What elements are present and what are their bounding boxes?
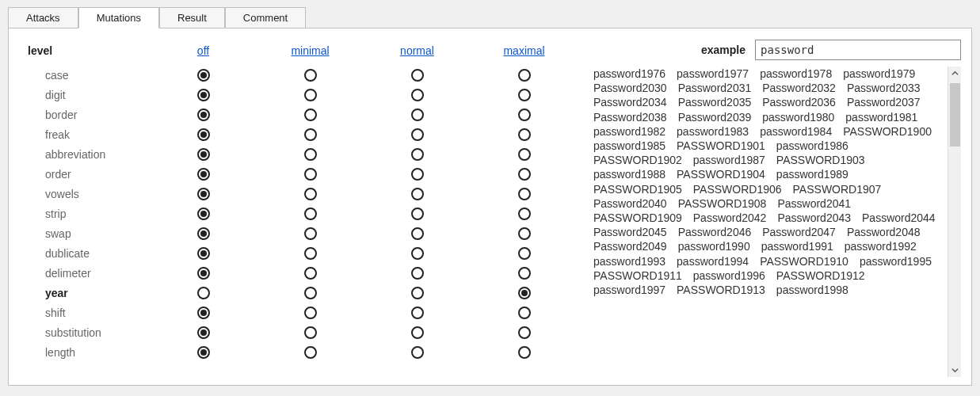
- scroll-thumb[interactable]: [950, 83, 960, 147]
- set-all-minimal-link[interactable]: minimal: [291, 44, 329, 57]
- tab-result[interactable]: Result: [159, 7, 225, 29]
- mutation-row-year: year: [45, 284, 578, 302]
- mutation-label: case: [45, 69, 150, 82]
- radio-case-maximal[interactable]: [518, 69, 531, 82]
- radio-digit-normal[interactable]: [411, 89, 424, 101]
- radio-cell: [364, 128, 471, 141]
- example-item: PASSWORD1912: [776, 268, 865, 283]
- radio-year-minimal[interactable]: [304, 287, 317, 299]
- example-item: Password2046: [678, 225, 752, 239]
- radio-border-minimal[interactable]: [304, 109, 317, 121]
- radio-substitution-maximal[interactable]: [518, 326, 531, 339]
- radio-dublicate-minimal[interactable]: [304, 247, 317, 260]
- grid-header-row: level offminimalnormalmaximal: [23, 40, 578, 62]
- radio-year-off[interactable]: [197, 287, 210, 299]
- radio-strip-off[interactable]: [197, 208, 210, 220]
- radio-order-minimal[interactable]: [304, 168, 317, 181]
- radio-swap-maximal[interactable]: [518, 227, 531, 240]
- set-all-off-link[interactable]: off: [197, 44, 209, 57]
- radio-abbreviation-maximal[interactable]: [518, 148, 531, 161]
- example-scrollbar[interactable]: [948, 67, 961, 377]
- radio-shift-off[interactable]: [197, 307, 210, 319]
- radio-digit-off[interactable]: [197, 89, 210, 101]
- radio-dublicate-off[interactable]: [197, 247, 210, 260]
- radio-order-normal[interactable]: [411, 168, 424, 181]
- radio-border-maximal[interactable]: [518, 109, 531, 121]
- scroll-track[interactable]: [948, 80, 962, 364]
- radio-cell: [257, 148, 364, 161]
- radio-delimeter-maximal[interactable]: [518, 267, 531, 280]
- radio-freak-normal[interactable]: [411, 128, 424, 141]
- radio-swap-minimal[interactable]: [304, 227, 317, 240]
- example-item: password1992: [845, 239, 917, 253]
- radio-digit-maximal[interactable]: [518, 89, 531, 101]
- radio-case-normal[interactable]: [411, 69, 424, 82]
- radio-length-normal[interactable]: [411, 346, 424, 359]
- radio-shift-maximal[interactable]: [518, 307, 531, 319]
- radio-shift-minimal[interactable]: [304, 307, 317, 319]
- mutation-label: dublicate: [45, 247, 150, 260]
- radio-dublicate-maximal[interactable]: [518, 247, 531, 260]
- set-all-normal-link[interactable]: normal: [400, 44, 434, 57]
- radio-length-off[interactable]: [197, 346, 210, 359]
- scroll-up-icon[interactable]: [948, 67, 962, 80]
- radio-cell: [364, 188, 471, 200]
- example-label: example: [701, 44, 745, 56]
- mutations-config-window: AttacksMutationsResultComment level offm…: [0, 0, 980, 396]
- radio-substitution-minimal[interactable]: [304, 326, 317, 339]
- radio-vowels-normal[interactable]: [411, 188, 424, 200]
- example-item: PASSWORD1901: [677, 139, 765, 153]
- scroll-down-icon[interactable]: [948, 364, 962, 377]
- radio-strip-maximal[interactable]: [518, 208, 531, 220]
- radio-cell: [257, 267, 364, 280]
- radio-strip-minimal[interactable]: [304, 208, 317, 220]
- mutation-row-digit: digit: [45, 86, 578, 104]
- example-item: password1996: [693, 268, 765, 283]
- radio-strip-normal[interactable]: [411, 208, 424, 220]
- radio-border-off[interactable]: [197, 109, 210, 121]
- radio-abbreviation-minimal[interactable]: [304, 148, 317, 161]
- radio-abbreviation-normal[interactable]: [411, 148, 424, 161]
- radio-substitution-normal[interactable]: [411, 326, 424, 339]
- set-all-maximal-link[interactable]: maximal: [503, 44, 544, 57]
- radio-shift-normal[interactable]: [411, 307, 424, 319]
- radio-delimeter-normal[interactable]: [411, 267, 424, 280]
- radio-year-normal[interactable]: [411, 287, 424, 299]
- radio-swap-normal[interactable]: [411, 227, 424, 240]
- radio-border-normal[interactable]: [411, 109, 424, 121]
- radio-freak-maximal[interactable]: [518, 128, 531, 141]
- radio-order-maximal[interactable]: [518, 168, 531, 181]
- radio-abbreviation-off[interactable]: [197, 148, 210, 161]
- tab-attacks[interactable]: Attacks: [8, 7, 78, 29]
- radio-swap-off[interactable]: [197, 227, 210, 240]
- radio-cell: [364, 227, 471, 240]
- radio-vowels-off[interactable]: [197, 188, 210, 200]
- radio-delimeter-off[interactable]: [197, 267, 210, 280]
- radio-cell: [364, 346, 471, 359]
- radio-case-off[interactable]: [197, 69, 210, 82]
- mutation-row-dublicate: dublicate: [45, 245, 578, 262]
- radio-freak-off[interactable]: [197, 128, 210, 141]
- mutation-label: substitution: [45, 326, 150, 339]
- tab-comment[interactable]: Comment: [225, 7, 306, 29]
- radio-dublicate-normal[interactable]: [411, 247, 424, 260]
- tab-mutations[interactable]: Mutations: [78, 7, 159, 29]
- radio-digit-minimal[interactable]: [304, 89, 317, 101]
- radio-cell: [471, 109, 578, 121]
- example-item: password1977: [677, 67, 749, 81]
- radio-delimeter-minimal[interactable]: [304, 267, 317, 280]
- radio-order-off[interactable]: [197, 168, 210, 181]
- example-item: password1985: [593, 139, 665, 153]
- example-input[interactable]: [755, 40, 961, 60]
- radio-year-maximal[interactable]: [518, 287, 531, 299]
- radio-cell: [150, 267, 257, 280]
- radio-length-minimal[interactable]: [304, 346, 317, 359]
- radio-vowels-minimal[interactable]: [304, 188, 317, 200]
- radio-case-minimal[interactable]: [304, 69, 317, 82]
- level-header: level: [23, 44, 150, 57]
- radio-length-maximal[interactable]: [518, 346, 531, 359]
- radio-vowels-maximal[interactable]: [518, 188, 531, 200]
- radio-substitution-off[interactable]: [197, 326, 210, 339]
- radio-cell: [471, 148, 578, 161]
- radio-freak-minimal[interactable]: [304, 128, 317, 141]
